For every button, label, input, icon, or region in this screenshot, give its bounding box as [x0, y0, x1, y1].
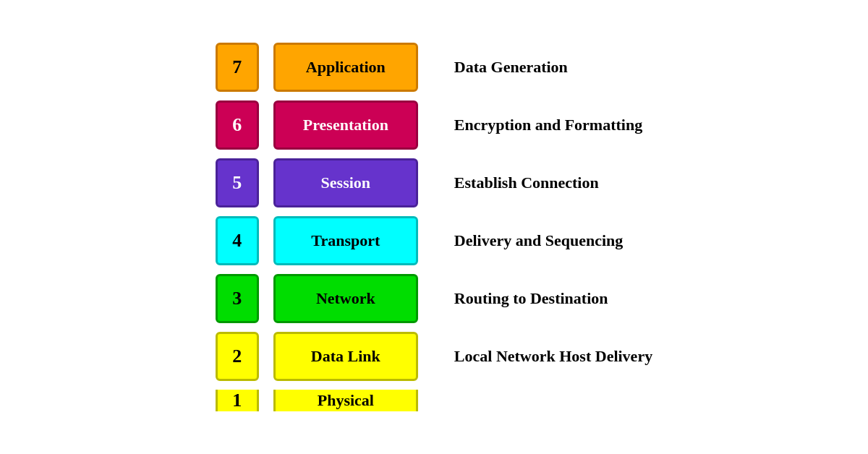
osi-layer-4-label: Transport: [273, 216, 418, 265]
osi-layer-3-row: 3NetworkRouting to Destination: [216, 274, 652, 323]
osi-layer-7-description: Data Generation: [454, 58, 568, 77]
osi-layer-7-label: Application: [273, 43, 418, 92]
osi-layer-4-row: 4TransportDelivery and Sequencing: [216, 216, 652, 265]
osi-layer-1-row: 1Physical: [216, 390, 652, 411]
osi-layer-6-row: 6PresentationEncryption and Formatting: [216, 100, 652, 150]
osi-layer-7-number: 7: [216, 43, 259, 92]
osi-layer-1-number: 1: [216, 390, 259, 411]
osi-layer-5-description: Establish Connection: [454, 174, 599, 192]
osi-layer-7-row: 7ApplicationData Generation: [216, 43, 652, 92]
osi-layer-2-row: 2Data LinkLocal Network Host Delivery: [216, 332, 652, 381]
osi-layer-5-row: 5SessionEstablish Connection: [216, 158, 652, 207]
osi-layer-1-label: Physical: [273, 390, 418, 411]
osi-layer-6-description: Encryption and Formatting: [454, 116, 642, 134]
osi-layer-3-description: Routing to Destination: [454, 289, 608, 308]
osi-model-diagram: 7ApplicationData Generation6Presentation…: [187, 28, 681, 426]
osi-layer-2-number: 2: [216, 332, 259, 381]
osi-layer-6-number: 6: [216, 100, 259, 150]
osi-layer-5-number: 5: [216, 158, 259, 207]
osi-layer-4-description: Delivery and Sequencing: [454, 231, 623, 250]
osi-layer-3-number: 3: [216, 274, 259, 323]
osi-layer-2-description: Local Network Host Delivery: [454, 347, 652, 366]
osi-layer-4-number: 4: [216, 216, 259, 265]
osi-layer-6-label: Presentation: [273, 100, 418, 150]
osi-layer-2-label: Data Link: [273, 332, 418, 381]
osi-layer-5-label: Session: [273, 158, 418, 207]
osi-layer-3-label: Network: [273, 274, 418, 323]
